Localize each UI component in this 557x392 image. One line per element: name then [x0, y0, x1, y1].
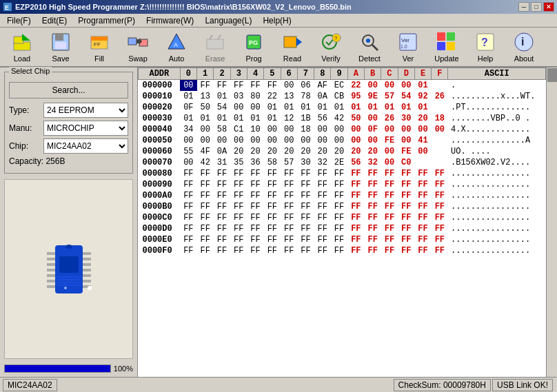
byte-cell[interactable]: FF	[214, 190, 230, 201]
byte-cell[interactable]: 58	[214, 124, 230, 135]
byte-cell[interactable]: FF	[247, 223, 263, 234]
byte-cell[interactable]: 00	[281, 135, 297, 146]
byte-cell[interactable]: FF	[398, 223, 414, 234]
byte-cell[interactable]: FF	[264, 212, 281, 223]
byte-cell[interactable]: FF	[197, 190, 214, 201]
byte-cell[interactable]	[432, 157, 448, 168]
byte-cell[interactable]: 26	[381, 113, 398, 124]
byte-cell[interactable]: FF	[365, 212, 381, 223]
byte-cell[interactable]: 57	[381, 91, 398, 102]
byte-cell[interactable]: FF	[297, 168, 314, 179]
byte-cell[interactable]: 1B	[297, 113, 314, 124]
byte-cell[interactable]: FF	[247, 234, 263, 245]
byte-cell[interactable]: 00	[414, 124, 431, 135]
byte-cell[interactable]: FF	[432, 168, 448, 179]
byte-cell[interactable]: 01	[314, 102, 331, 113]
byte-cell[interactable]: FF	[214, 234, 230, 245]
close-button[interactable]: ✕	[543, 2, 554, 12]
byte-cell[interactable]: 03	[230, 91, 247, 102]
byte-cell[interactable]: FF	[347, 245, 364, 256]
byte-cell[interactable]: FF	[398, 245, 414, 256]
byte-cell[interactable]: 00	[331, 124, 347, 135]
byte-cell[interactable]: FF	[331, 223, 347, 234]
byte-cell[interactable]: 20	[230, 146, 247, 157]
ver-button[interactable]: Ver1.0 Ver	[390, 30, 426, 64]
byte-cell[interactable]: 50	[347, 113, 364, 124]
byte-cell[interactable]: FF	[297, 234, 314, 245]
byte-cell[interactable]: 00	[331, 135, 347, 146]
byte-cell[interactable]: 00	[381, 124, 398, 135]
menu-edit[interactable]: Edit(E)	[37, 14, 73, 27]
byte-cell[interactable]: 31	[214, 157, 230, 168]
table-row[interactable]: 00001001130103802213780ACB959E57549226..…	[139, 91, 546, 102]
byte-cell[interactable]: FF	[180, 179, 196, 190]
byte-cell[interactable]: FF	[381, 223, 398, 234]
byte-cell[interactable]: FF	[381, 179, 398, 190]
byte-cell[interactable]	[432, 80, 448, 92]
byte-cell[interactable]: FF	[365, 223, 381, 234]
help-button[interactable]: ? Help	[467, 30, 503, 64]
byte-cell[interactable]: FF	[381, 245, 398, 256]
table-row[interactable]: 000050000000000000000000000000FE0041....…	[139, 135, 546, 146]
minimize-button[interactable]: ─	[518, 2, 529, 12]
byte-cell[interactable]: 01	[347, 102, 364, 113]
byte-cell[interactable]: AF	[314, 80, 331, 92]
byte-cell[interactable]: FF	[414, 201, 431, 212]
byte-cell[interactable]: FF	[414, 168, 431, 179]
byte-cell[interactable]: FF	[197, 179, 214, 190]
byte-cell[interactable]: 00	[381, 80, 398, 92]
byte-cell[interactable]: 01	[214, 113, 230, 124]
byte-cell[interactable]: FF	[398, 234, 414, 245]
byte-cell[interactable]: 00	[398, 135, 414, 146]
byte-cell[interactable]: 13	[281, 91, 297, 102]
byte-cell[interactable]: 2E	[331, 157, 347, 168]
byte-cell[interactable]: 00	[247, 135, 263, 146]
byte-cell[interactable]: FF	[214, 201, 230, 212]
byte-cell[interactable]: 18	[297, 124, 314, 135]
byte-cell[interactable]: 01	[365, 102, 381, 113]
byte-cell[interactable]: 32	[365, 157, 381, 168]
byte-cell[interactable]: 56	[314, 113, 331, 124]
byte-cell[interactable]: 30	[398, 113, 414, 124]
byte-cell[interactable]: FF	[314, 179, 331, 190]
about-button[interactable]: i About	[506, 30, 542, 64]
byte-cell[interactable]: 0A	[214, 146, 230, 157]
byte-cell[interactable]: 00	[281, 80, 297, 92]
byte-cell[interactable]: FF	[264, 234, 281, 245]
byte-cell[interactable]: 00	[197, 124, 214, 135]
byte-cell[interactable]: C1	[230, 124, 247, 135]
byte-cell[interactable]: 00	[197, 135, 214, 146]
byte-cell[interactable]: FF	[281, 201, 297, 212]
byte-cell[interactable]: FF	[214, 245, 230, 256]
byte-cell[interactable]: 0A	[314, 91, 331, 102]
byte-cell[interactable]: FF	[398, 190, 414, 201]
fill-button[interactable]: FF Fill	[81, 30, 117, 64]
swap-button[interactable]: Swap	[120, 30, 156, 64]
byte-cell[interactable]: FF	[365, 245, 381, 256]
byte-cell[interactable]: FF	[365, 234, 381, 245]
byte-cell[interactable]: 01	[230, 113, 247, 124]
table-row[interactable]: 000080FFFFFFFFFFFFFFFFFFFFFFFFFFFFFFFF..…	[139, 168, 546, 179]
byte-cell[interactable]: FF	[314, 223, 331, 234]
byte-cell[interactable]: 20	[264, 146, 281, 157]
table-row[interactable]: 000060554F0A20202020202020202000FE00UO. …	[139, 146, 546, 157]
byte-cell[interactable]: FF	[297, 190, 314, 201]
byte-cell[interactable]: 20	[297, 146, 314, 157]
byte-cell[interactable]: FF	[432, 190, 448, 201]
byte-cell[interactable]: FF	[180, 212, 196, 223]
byte-cell[interactable]: FF	[281, 168, 297, 179]
byte-cell[interactable]: 00	[347, 135, 364, 146]
byte-cell[interactable]: 80	[247, 91, 263, 102]
byte-cell[interactable]: FF	[197, 80, 214, 92]
byte-cell[interactable]: 00	[180, 80, 196, 92]
verify-button[interactable]: ? Verify	[313, 30, 349, 64]
byte-cell[interactable]: 20	[314, 146, 331, 157]
byte-cell[interactable]: 00	[281, 124, 297, 135]
read-button[interactable]: Read	[274, 30, 310, 64]
byte-cell[interactable]: FF	[297, 245, 314, 256]
byte-cell[interactable]: FF	[347, 168, 364, 179]
byte-cell[interactable]: FF	[281, 245, 297, 256]
byte-cell[interactable]: FF	[432, 179, 448, 190]
byte-cell[interactable]: FF	[347, 234, 364, 245]
byte-cell[interactable]: 50	[197, 102, 214, 113]
